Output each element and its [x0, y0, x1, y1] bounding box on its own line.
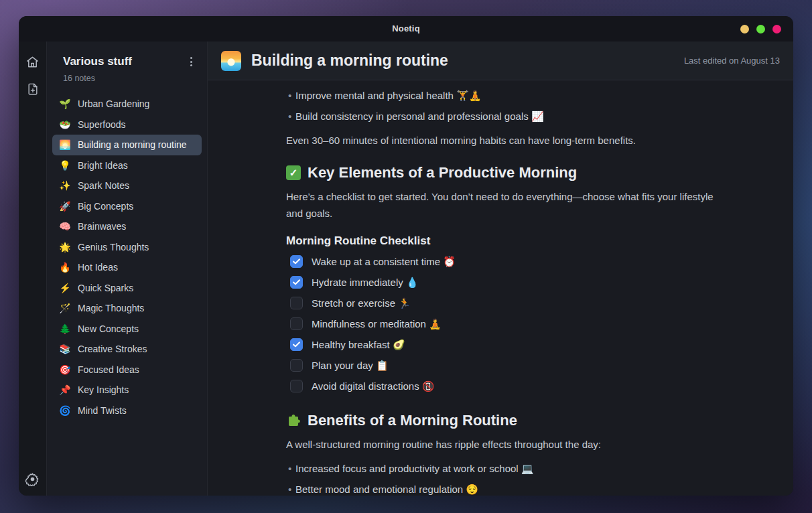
section-heading-text: Benefits of a Morning Routine — [308, 412, 517, 429]
checkbox-checked[interactable] — [290, 276, 303, 289]
window-button-maximize[interactable] — [756, 25, 765, 33]
note-item-label: Mind Twists — [78, 405, 127, 416]
sidebar-note-item[interactable]: 📚Creative Strokes — [52, 339, 202, 360]
note-content: •Improve mental and physical health 🏋️🧘•… — [208, 80, 793, 496]
checklist-item: Wake up at a consistent time ⏰ — [286, 251, 715, 272]
kebab-menu-button[interactable] — [183, 54, 199, 70]
paragraph: Here’s a checklist to get started. You d… — [286, 188, 715, 222]
note-item-label: Urban Gardening — [78, 98, 149, 109]
settings-button[interactable] — [24, 470, 42, 488]
note-item-label: Magic Thoughts — [78, 303, 144, 313]
settings-gear-icon — [25, 472, 40, 486]
note-list: 🌱Urban Gardening🥗Superfoods🌅Building a m… — [47, 94, 207, 421]
checklist-item-label: Wake up at a consistent time ⏰ — [312, 256, 456, 268]
bullet-item: •Improve mental and physical health 🏋️🧘 — [286, 85, 715, 106]
note-item-label: Bright Ideas — [78, 160, 128, 171]
new-note-button[interactable] — [24, 80, 42, 98]
bullet-text: Build consistency in personal and profes… — [295, 106, 544, 127]
checkbox-unchecked[interactable] — [290, 359, 303, 372]
checkbox-unchecked[interactable] — [290, 317, 303, 330]
section-heading: ✓Key Elements of a Productive Morning — [286, 164, 715, 181]
sidebar-note-item[interactable]: 🌅Building a morning routine — [52, 135, 202, 155]
paragraph: Even 30–60 minutes of intentional mornin… — [286, 132, 715, 149]
bullet-marker: • — [286, 106, 295, 127]
subsection-heading: Morning Routine Checklist — [286, 234, 715, 248]
window-body: Various stuff 16 notes 🌱Urban Gardening🥗… — [19, 42, 793, 496]
bullet-list: •Increased focus and productivity at wor… — [286, 458, 715, 496]
bullet-text: Improve mental and physical health 🏋️🧘 — [295, 85, 482, 106]
window-button-minimize[interactable] — [740, 25, 749, 33]
sidebar-note-item[interactable]: ✨Spark Notes — [52, 175, 202, 196]
sidebar-note-item[interactable]: 🔥Hot Ideas — [52, 257, 202, 278]
sidebar-title: Various stuff — [63, 55, 132, 68]
sidebar-note-item[interactable]: 🥗Superfoods — [52, 115, 202, 135]
note-item-emoji-icon: 📌 — [58, 384, 72, 395]
titlebar: Noetiq — [19, 16, 793, 42]
checklist-item: Healthy breakfast 🥑 — [286, 334, 715, 355]
main-panel: Building a morning routine Last edited o… — [208, 42, 793, 496]
checklist-item: Plan your day 📋 — [286, 355, 715, 376]
sidebar-note-item[interactable]: ⚡Quick Sparks — [52, 278, 202, 299]
note-item-label: Big Concepts — [78, 201, 133, 212]
checklist-item: Mindfulness or meditation 🧘 — [286, 313, 715, 334]
bullet-marker: • — [286, 458, 295, 479]
bullet-marker: • — [286, 85, 295, 106]
note-item-label: New Concepts — [78, 323, 139, 334]
checklist-item: Stretch or exercise 🏃 — [286, 293, 715, 313]
note-item-emoji-icon: ✨ — [58, 180, 72, 191]
sidebar-note-item[interactable]: 💡Bright Ideas — [52, 155, 202, 176]
note-item-emoji-icon: 🔥 — [58, 262, 72, 273]
note-item-label: Building a morning routine — [78, 139, 187, 150]
checklist: Wake up at a consistent time ⏰Hydrate im… — [286, 251, 715, 396]
checklist-item-label: Avoid digital distractions 📵 — [312, 380, 435, 392]
checkbox-checked[interactable] — [290, 255, 303, 268]
checkbox-unchecked[interactable] — [290, 380, 303, 392]
note-item-emoji-icon: 🌅 — [58, 139, 72, 150]
note-item-label: Key Insights — [78, 384, 129, 395]
left-rail — [19, 42, 47, 496]
note-item-emoji-icon: 🌟 — [58, 242, 72, 252]
sidebar-note-item[interactable]: 🌟Genius Thoughts — [52, 237, 202, 258]
bullet-text: Increased focus and productivity at work… — [295, 458, 534, 479]
bullet-item: •Better mood and emotional regulation 😌 — [286, 479, 715, 496]
window-controls — [740, 16, 781, 42]
sidebar-note-item[interactable]: 📌Key Insights — [52, 380, 202, 400]
sidebar-note-item[interactable]: 🌀Mind Twists — [52, 400, 202, 421]
window-button-close[interactable] — [772, 25, 781, 33]
bullet-item: •Increased focus and productivity at wor… — [286, 458, 715, 479]
note-item-emoji-icon: 📚 — [58, 344, 72, 354]
app-title: Noetiq — [19, 16, 793, 42]
bullet-text: Better mood and emotional regulation 😌 — [295, 479, 478, 496]
note-item-emoji-icon: 🪄 — [58, 303, 72, 313]
note-item-emoji-icon: 🌲 — [58, 323, 72, 334]
sidebar-note-item[interactable]: 🌱Urban Gardening — [52, 94, 202, 115]
bullet-item: •Build consistency in personal and profe… — [286, 106, 715, 127]
note-title: Building a morning routine — [251, 52, 448, 70]
checkbox-checked[interactable] — [290, 338, 303, 351]
note-content-column: •Improve mental and physical health 🏋️🧘•… — [286, 80, 715, 496]
note-item-emoji-icon: 🧠 — [58, 221, 72, 232]
sidebar-header: Various stuff — [47, 42, 207, 70]
note-item-label: Spark Notes — [78, 180, 129, 191]
note-item-label: Quick Sparks — [78, 283, 133, 293]
sidebar-note-item[interactable]: 🪄Magic Thoughts — [52, 298, 202, 319]
new-note-icon — [26, 82, 40, 96]
note-item-emoji-icon: 💡 — [58, 160, 72, 171]
sidebar-note-item[interactable]: 🚀Big Concepts — [52, 196, 202, 217]
last-edited-label: Last edited on August 13 — [684, 56, 780, 66]
note-header: Building a morning routine Last edited o… — [208, 42, 793, 80]
note-item-label: Brainwaves — [78, 221, 126, 232]
paragraph: A well-structured morning routine has ri… — [286, 436, 715, 453]
sidebar-note-item[interactable]: 🧠Brainwaves — [52, 216, 202, 237]
bullet-marker: • — [286, 479, 295, 496]
checkbox-unchecked[interactable] — [290, 297, 303, 309]
home-icon — [25, 55, 40, 69]
checklist-item: Avoid digital distractions 📵 — [286, 376, 715, 396]
sidebar-note-item[interactable]: 🌲New Concepts — [52, 319, 202, 340]
notes-count: 16 notes — [47, 74, 207, 83]
home-button[interactable] — [24, 53, 42, 70]
sidebar-note-item[interactable]: 🎯Focused Ideas — [52, 360, 202, 380]
puzzle-icon — [286, 413, 301, 428]
section-heading-text: Key Elements of a Productive Morning — [308, 164, 577, 181]
checklist-item: Hydrate immediately 💧 — [286, 272, 715, 293]
